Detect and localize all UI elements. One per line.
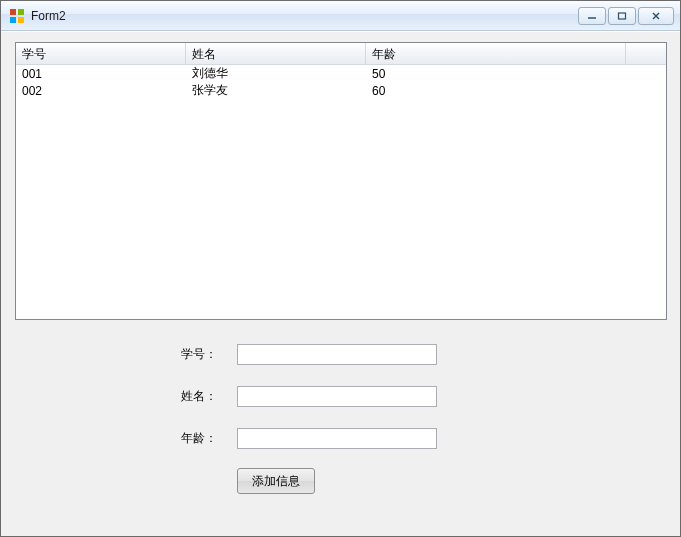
listview[interactable]: 学号 姓名 年龄 001 刘德华 50 002 张学友 60 bbox=[15, 42, 667, 320]
svg-rect-1 bbox=[18, 9, 24, 15]
table-row[interactable]: 001 刘德华 50 bbox=[16, 65, 666, 82]
age-input[interactable] bbox=[237, 428, 437, 449]
form-row-id: 学号： bbox=[181, 342, 437, 366]
client-area: 学号 姓名 年龄 001 刘德华 50 002 张学友 60 学 bbox=[1, 31, 680, 536]
cell-name: 刘德华 bbox=[186, 65, 366, 82]
name-input[interactable] bbox=[237, 386, 437, 407]
window-frame: Form2 学号 姓名 年龄 001 刘德华 bbox=[0, 0, 681, 537]
window-controls bbox=[578, 7, 674, 25]
svg-rect-0 bbox=[10, 9, 16, 15]
app-icon bbox=[9, 8, 25, 24]
table-row[interactable]: 002 张学友 60 bbox=[16, 82, 666, 99]
column-header-tail bbox=[626, 43, 666, 64]
maximize-button[interactable] bbox=[608, 7, 636, 25]
column-header-id[interactable]: 学号 bbox=[16, 43, 186, 64]
label-name: 姓名： bbox=[181, 388, 237, 405]
listview-body: 001 刘德华 50 002 张学友 60 bbox=[16, 65, 666, 99]
column-header-age[interactable]: 年龄 bbox=[366, 43, 626, 64]
column-header-name[interactable]: 姓名 bbox=[186, 43, 366, 64]
id-input[interactable] bbox=[237, 344, 437, 365]
cell-id: 001 bbox=[16, 67, 186, 81]
cell-age: 60 bbox=[366, 84, 626, 98]
titlebar[interactable]: Form2 bbox=[1, 1, 680, 31]
label-age: 年龄： bbox=[181, 430, 237, 447]
svg-rect-3 bbox=[18, 17, 24, 23]
minimize-button[interactable] bbox=[578, 7, 606, 25]
form-row-name: 姓名： bbox=[181, 384, 437, 408]
add-info-button[interactable]: 添加信息 bbox=[237, 468, 315, 494]
listview-header: 学号 姓名 年龄 bbox=[16, 43, 666, 65]
form-area: 学号： 姓名： 年龄： 添加信息 bbox=[181, 342, 437, 494]
label-id: 学号： bbox=[181, 346, 237, 363]
window-title: Form2 bbox=[31, 9, 578, 23]
close-button[interactable] bbox=[638, 7, 674, 25]
cell-id: 002 bbox=[16, 84, 186, 98]
button-row: 添加信息 bbox=[237, 468, 437, 494]
svg-rect-5 bbox=[619, 13, 626, 19]
svg-rect-2 bbox=[10, 17, 16, 23]
form-row-age: 年龄： bbox=[181, 426, 437, 450]
cell-age: 50 bbox=[366, 67, 626, 81]
cell-name: 张学友 bbox=[186, 82, 366, 99]
